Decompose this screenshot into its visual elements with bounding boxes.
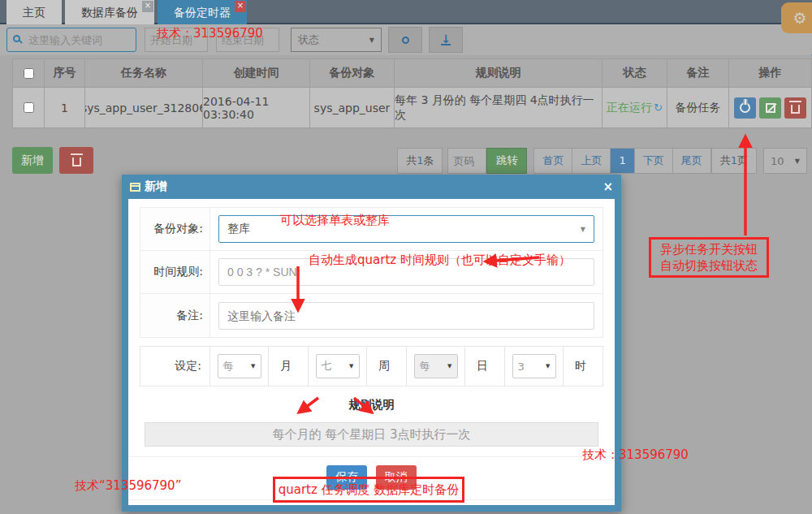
status-select-value: 状态 [298,32,319,47]
settings-button[interactable]: ⚙ [781,2,812,33]
backup-target-value: 整库 [227,222,250,236]
tab-list: 主页 数据库备份 × 备份定时器 × [0,0,812,24]
chevron-down-icon: ▼ [546,363,550,369]
week-select[interactable]: 七▼ [316,354,360,378]
tab-backup-timer-label: 备份定时器 [174,6,231,19]
backup-target-field: 整库 ▼ [210,208,603,250]
remark-input[interactable] [218,302,594,330]
row-checkbox-cell [12,88,45,128]
window-icon [130,183,140,192]
header-checkbox-cell [12,58,45,88]
header-status: 状态 [603,58,667,88]
tab-home[interactable]: 主页 [6,0,62,24]
annotation-qq-bottom-left: 技术“313596790” [75,478,181,494]
header-index: 序号 [45,58,85,88]
tab-home-label: 主页 [23,6,45,19]
chevron-down-icon: ▼ [447,363,451,369]
search-icon [13,35,20,42]
month-unit: 月 [269,347,309,386]
select-all-checkbox[interactable] [24,68,34,79]
tab-db-backup-label: 数据库备份 [81,6,138,19]
header-rule: 规则说明 [395,58,603,88]
total-suffix: 条 [423,154,434,166]
header-created: 创建时间 [203,58,310,88]
tab-close-icon[interactable]: × [142,1,153,12]
month-select-value: 每 [223,359,234,374]
keyword-input[interactable] [6,28,136,52]
week-unit: 周 [367,347,407,386]
next-page-button[interactable]: 下页 [635,148,673,174]
cell-actions [729,88,812,128]
keyword-search-wrap [6,28,136,52]
schedule-setting-row: 设定: 每▼ 月 七▼ 周 每▼ 日 3▼ 时 [140,346,603,387]
dialog-body: 备份对象: 整库 ▼ 时间规则: 备注: [128,199,615,505]
edit-icon [766,103,775,113]
chevron-down-icon: ▼ [795,158,800,165]
pages-suffix: 页 [737,154,748,166]
tab-db-backup[interactable]: 数据库备份 × [65,0,154,24]
total-prefix: 共 [406,154,417,166]
hour-select[interactable]: 3▼ [512,354,556,378]
tab-bar: 主页 数据库备份 × 备份定时器 × ⚙ [0,0,812,24]
spinner-icon: ↻ [654,102,663,114]
dialog-titlebar[interactable]: 新增 × [122,175,621,199]
week-select-value: 七 [322,359,332,374]
add-button[interactable]: 新增 [12,147,53,174]
page-size-select[interactable]: 10 ▼ [763,148,807,174]
gear-icon: ⚙ [793,9,806,27]
search-toolbar: 状态 ▼ ↓ [0,24,812,55]
list-actions: 新增 [12,147,93,174]
tab-close-icon[interactable]: × [235,1,246,12]
day-select-value: 每 [420,359,430,374]
search-icon [402,37,409,44]
day-select-cell: 每▼ [407,347,465,386]
annotation-qq-mid-right: 技术：313596790 [582,447,689,463]
backup-target-label: 备份对象: [140,208,210,250]
prev-page-button[interactable]: 上页 [572,148,611,174]
annotation-time-rule-hint: 自动生成quartz 时间规则（也可以自定义手输） [309,253,571,268]
time-rule-label: 时间规则: [140,251,210,293]
row-checkbox[interactable] [24,102,34,113]
page-number-input[interactable] [447,148,486,174]
cell-created: 2016-04-11 03:30:40 [203,88,310,128]
edit-task-button[interactable] [759,97,781,119]
annotation-switch-hint-line1: 异步任务开关按钮 [654,241,763,257]
trash-icon [72,158,81,166]
pages-prefix: 共 [720,154,731,166]
tab-backup-timer[interactable]: 备份定时器 × [158,0,247,24]
hour-select-cell: 3▼ [505,347,564,386]
cell-target: sys_app_user [310,88,395,128]
delete-task-button[interactable] [784,97,806,119]
month-select[interactable]: 每▼ [218,354,261,378]
remark-field [210,294,603,337]
search-button[interactable] [388,27,422,53]
remark-row: 备注: [140,294,603,337]
rule-description-result: 每个月的 每个星期日 3点时执行一次 [145,422,598,447]
status-text: 正在运行 [607,101,652,115]
setting-label: 设定: [140,347,210,386]
annotation-qq-top: 技术：313596790 [157,26,263,41]
chevron-down-icon: ▼ [251,363,255,369]
close-icon[interactable]: × [603,179,613,194]
day-unit: 日 [465,347,505,386]
table-header-row: 序号 任务名称 创建时间 备份对象 规则说明 状态 备注 操作 [12,58,812,88]
export-button[interactable]: ↓ [429,27,463,53]
chevron-down-icon: ▼ [369,37,374,44]
pages-number: 1 [731,154,737,166]
pagination: 共1条 跳转 首页 上页 1 下页 尾页 共1页 10 ▼ [397,148,807,174]
jump-button[interactable]: 跳转 [486,148,527,174]
day-select[interactable]: 每▼ [414,354,458,378]
first-page-button[interactable]: 首页 [533,148,572,174]
status-select[interactable]: 状态 ▼ [291,28,382,52]
total-pages: 共1页 [711,148,757,174]
toggle-task-button[interactable] [734,97,756,119]
current-page[interactable]: 1 [611,148,634,174]
delete-selected-button[interactable] [59,147,93,174]
rule-description-title: 规则说明 [128,398,615,412]
backup-target-select[interactable]: 整库 ▼ [218,215,594,243]
power-icon [740,102,750,113]
last-page-button[interactable]: 尾页 [673,148,711,174]
remark-label: 备注: [140,294,210,337]
hour-select-value: 3 [518,361,525,373]
cell-index: 1 [45,88,85,128]
